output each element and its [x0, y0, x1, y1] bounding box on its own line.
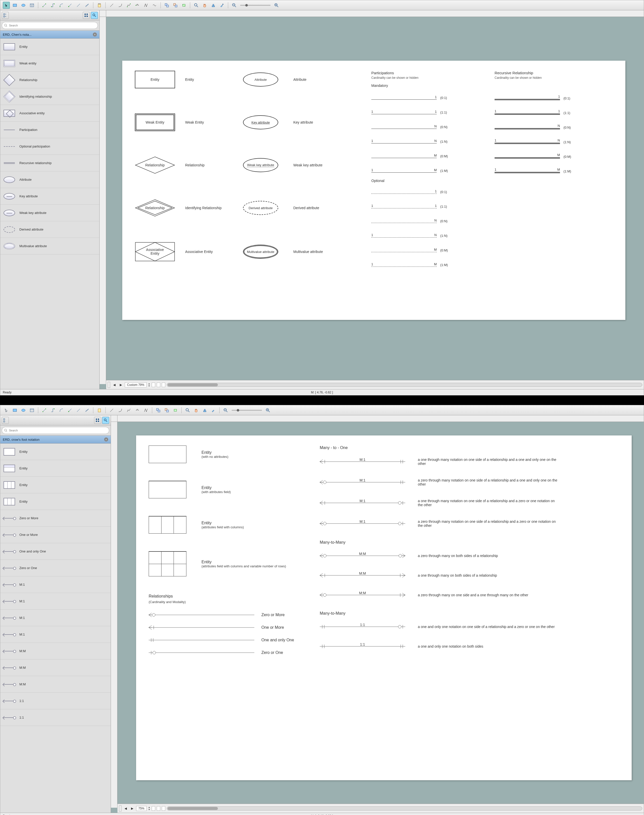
page-icon-1b[interactable]: [152, 806, 155, 811]
tool-poly3-2[interactable]: [143, 407, 149, 414]
participation-line[interactable]: M: [495, 153, 560, 158]
participation-line[interactable]: 1M: [495, 168, 560, 173]
tool-table[interactable]: [28, 2, 35, 9]
page-icon-3b[interactable]: [162, 806, 165, 811]
scroll-grip-2[interactable]: [119, 806, 121, 812]
tool-line[interactable]: [108, 2, 115, 9]
page-prev-2[interactable]: ◀: [123, 806, 128, 811]
relationship-line[interactable]: 1:1: [320, 623, 405, 630]
participation-line[interactable]: M: [371, 248, 437, 252]
sidebar-item[interactable]: One or More: [0, 527, 111, 543]
relationship-line[interactable]: M:1: [320, 458, 405, 465]
search-input-2[interactable]: [2, 427, 109, 434]
tool-conn2[interactable]: [49, 2, 56, 9]
tool-zoom[interactable]: [193, 2, 200, 9]
participation-line[interactable]: 1: [495, 95, 560, 100]
tool-oval-2[interactable]: [20, 407, 27, 414]
sidebar-item[interactable]: M:1: [0, 626, 111, 643]
tool-conn3[interactable]: [58, 2, 65, 9]
zoom-slider[interactable]: [240, 5, 270, 6]
relationship-line[interactable]: [149, 611, 255, 618]
tool-conn1[interactable]: [41, 2, 48, 9]
sidebar-item[interactable]: Zero or More: [0, 510, 111, 527]
relationship-line[interactable]: [149, 637, 255, 644]
tool-poly3[interactable]: [143, 2, 149, 9]
sidebar-item[interactable]: Weak key attribute: [0, 205, 100, 221]
relationship-line[interactable]: M:1: [320, 499, 405, 506]
sidebar-item[interactable]: Attribute: [0, 171, 100, 188]
close-icon-2[interactable]: ×: [104, 437, 108, 441]
tool-line-2[interactable]: [108, 407, 115, 414]
sidebar-item[interactable]: Participation: [0, 121, 100, 138]
zoom-stepper-2[interactable]: ▲▼: [148, 806, 150, 811]
shape-symbol[interactable]: Key attribute: [243, 115, 286, 129]
sidebar-item[interactable]: Zero or One: [0, 560, 111, 577]
page-prev[interactable]: ◀: [112, 382, 117, 388]
side-tab-tree-2[interactable]: [2, 417, 9, 424]
sidebar-item[interactable]: Associative entity: [0, 105, 100, 121]
sidebar-item[interactable]: Identifying relationship: [0, 88, 100, 105]
tool-g2-2[interactable]: [163, 407, 170, 414]
tool-poly1-2[interactable]: [125, 407, 132, 414]
tool-stamp-2[interactable]: [201, 407, 208, 414]
side-tab-search[interactable]: [91, 12, 98, 19]
participation-line[interactable]: 1N: [495, 138, 560, 144]
participation-line[interactable]: 11: [371, 110, 437, 114]
entity-shape[interactable]: [149, 481, 192, 498]
sidebar-item[interactable]: Entity: [0, 443, 111, 460]
tool-rect[interactable]: [11, 2, 18, 9]
tool-clipboard-2[interactable]: [96, 407, 103, 414]
sidebar-item[interactable]: Recursive relationship: [0, 155, 100, 171]
sidebar-item[interactable]: Entity: [0, 460, 111, 477]
participation-line[interactable]: 1M: [371, 168, 437, 173]
side-tab-grid[interactable]: [83, 12, 90, 19]
tool-conn2-2[interactable]: [49, 407, 56, 414]
zoom-display-2[interactable]: 75%: [136, 806, 147, 811]
tool-clipboard[interactable]: [96, 2, 103, 9]
sidebar-item[interactable]: M:M: [0, 660, 111, 676]
tool-g3-2[interactable]: [172, 407, 179, 414]
sidebar-item[interactable]: Entity: [0, 477, 111, 493]
sidebar-item[interactable]: Optional participation: [0, 138, 100, 155]
shape-symbol[interactable]: Derived attribute: [243, 201, 286, 215]
sidebar-item[interactable]: Weak entity: [0, 55, 100, 72]
side-tab-search-2[interactable]: [102, 417, 109, 424]
tool-conn5[interactable]: [75, 2, 82, 9]
relationship-line[interactable]: [149, 624, 255, 631]
page-icon-2b[interactable]: [157, 806, 160, 811]
hscrollbar[interactable]: [167, 383, 642, 387]
participation-line[interactable]: 1M: [371, 262, 437, 267]
side-tab-grid-2[interactable]: [94, 417, 101, 424]
participation-line[interactable]: 1N: [371, 233, 437, 238]
panel-title[interactable]: ERD, Chen's nota... ×: [0, 31, 100, 38]
zoom-in-2[interactable]: [264, 407, 271, 414]
relationship-line[interactable]: M:M: [320, 592, 405, 598]
tool-arc-2[interactable]: [117, 407, 124, 414]
relationship-line[interactable]: M:1: [320, 520, 405, 527]
sidebar-item[interactable]: M:1: [0, 610, 111, 626]
page-icon-3[interactable]: [162, 383, 165, 387]
relationship-line[interactable]: 1:1: [320, 643, 405, 650]
search-input[interactable]: [2, 22, 98, 29]
tool-select[interactable]: [3, 2, 10, 9]
tool-eyedrop-2[interactable]: [210, 407, 217, 414]
zoom-out[interactable]: [231, 2, 238, 9]
shape-symbol[interactable]: Relationship: [135, 199, 178, 217]
tool-group3[interactable]: [180, 2, 187, 9]
tool-arc[interactable]: [117, 2, 124, 9]
page-next-2[interactable]: ▶: [130, 806, 135, 811]
entity-shape[interactable]: [149, 551, 192, 577]
zoom-slider-2[interactable]: [232, 410, 262, 411]
zoom-in[interactable]: [273, 2, 280, 9]
tool-eyedrop[interactable]: [218, 2, 225, 9]
shape-symbol[interactable]: Weak key attribute: [243, 158, 286, 172]
participation-line[interactable]: 1: [371, 189, 437, 194]
entity-shape[interactable]: [149, 516, 192, 534]
shape-symbol[interactable]: Entity: [135, 71, 178, 88]
entity-shape[interactable]: [149, 446, 192, 463]
close-icon[interactable]: ×: [93, 32, 97, 37]
sidebar-item[interactable]: M:M: [0, 676, 111, 693]
sidebar-item[interactable]: Key attribute: [0, 188, 100, 205]
relationship-line[interactable]: [149, 649, 255, 656]
scroll-grip[interactable]: [108, 382, 110, 388]
